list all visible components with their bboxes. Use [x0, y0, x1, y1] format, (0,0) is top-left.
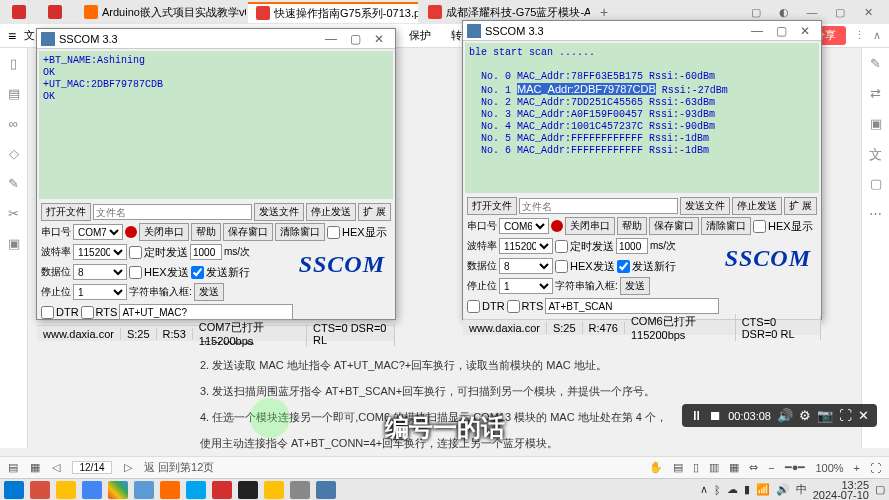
expand-button[interactable]: 扩 展 — [784, 197, 817, 215]
folder-icon[interactable] — [264, 481, 284, 499]
camera-icon[interactable]: 📷 — [817, 408, 833, 423]
app-icon[interactable]: ◐ — [775, 6, 793, 19]
titlebar[interactable]: SSCOM 3.3 — ▢ ✕ — [463, 21, 821, 41]
output-area[interactable]: +BT_NAME:Ashining OK +UT_MAC:2DBF79787CD… — [39, 51, 393, 199]
close-icon[interactable]: ✕ — [858, 408, 869, 423]
send-button[interactable]: 发送 — [194, 283, 224, 301]
baud-select[interactable]: 115200 — [73, 244, 127, 260]
app-icon[interactable] — [186, 481, 206, 499]
page-input[interactable] — [72, 461, 112, 474]
bluetooth-icon[interactable]: ᛒ — [714, 484, 721, 496]
convert-icon[interactable]: ⇄ — [868, 86, 884, 102]
command-input[interactable] — [119, 304, 292, 320]
app-icon[interactable]: ▢ — [747, 6, 765, 19]
new-tab-button[interactable]: + — [592, 4, 616, 20]
more-icon[interactable]: ⋯ — [868, 206, 884, 222]
tag-icon[interactable]: ◇ — [6, 146, 22, 162]
maximize-icon[interactable]: ▢ — [343, 32, 367, 46]
send-button[interactable]: 发送 — [620, 277, 650, 295]
close-port-button[interactable]: 关闭串口 — [565, 217, 615, 235]
hex-display-checkbox[interactable]: HEX显示 — [753, 219, 813, 234]
clear-window-button[interactable]: 清除窗口 — [701, 217, 751, 235]
open-file-button[interactable]: 打开文件 — [467, 197, 517, 215]
hex-send-checkbox[interactable]: HEX发送 — [129, 265, 189, 280]
close-icon[interactable]: ✕ — [793, 24, 817, 38]
browser-tab-4[interactable]: 成都泽耀科技-G75蓝牙模块-AT指令... — [420, 3, 590, 22]
browser-tab-2[interactable]: Arduino嵌入式项目实战教学v0.5... — [76, 3, 246, 22]
stamp-icon[interactable]: ▣ — [868, 116, 884, 132]
timed-input[interactable] — [190, 244, 222, 260]
protect-label[interactable]: 保护 — [409, 28, 431, 43]
sscom-task-icon[interactable] — [316, 481, 336, 499]
slider[interactable]: ━●━ — [785, 461, 806, 474]
more-icon[interactable]: ⋮ — [854, 29, 865, 42]
send-file-button[interactable]: 发送文件 — [680, 197, 730, 215]
clear-window-button[interactable]: 清除窗口 — [275, 223, 325, 241]
stopbits-select[interactable]: 1 — [499, 278, 553, 294]
next-page-icon[interactable]: ▷ — [124, 461, 132, 474]
task-app-icon[interactable] — [30, 481, 50, 499]
search-icon[interactable] — [160, 481, 180, 499]
close-icon[interactable]: ✕ — [859, 6, 877, 19]
stop-send-button[interactable]: 停止发送 — [732, 197, 782, 215]
edge-icon[interactable] — [82, 481, 102, 499]
wps-icon[interactable] — [212, 481, 232, 499]
bookmark-icon[interactable]: ▯ — [6, 56, 22, 72]
app-icon[interactable] — [238, 481, 258, 499]
newline-checkbox[interactable]: 发送新行 — [617, 259, 676, 274]
app-icon[interactable] — [134, 481, 154, 499]
cut-icon[interactable]: ✂ — [6, 206, 22, 222]
fit-width-icon[interactable]: ⇔ — [749, 461, 758, 474]
close-port-button[interactable]: 关闭串口 — [139, 223, 189, 241]
zoom-out-icon[interactable]: − — [768, 462, 774, 474]
fullscreen-icon[interactable]: ⛶ — [870, 462, 881, 474]
clock[interactable]: 13:25 2024-07-10 — [813, 480, 869, 500]
filename-input[interactable] — [93, 204, 252, 220]
onedrive-icon[interactable]: ☁ — [727, 483, 738, 496]
timed-input[interactable] — [616, 238, 648, 254]
minimize-icon[interactable]: — — [319, 32, 343, 46]
return-hint[interactable]: 返 回到第12页 — [144, 460, 214, 475]
pause-icon[interactable]: ⏸ — [690, 408, 703, 423]
port-select[interactable]: COM7 — [73, 224, 123, 240]
wifi-icon[interactable]: 📶 — [756, 483, 770, 496]
sound-icon[interactable]: 🔊 — [777, 408, 793, 423]
databits-select[interactable]: 8 — [499, 258, 553, 274]
dtr-checkbox[interactable]: DTR — [467, 300, 505, 313]
menu-icon[interactable]: ≡ — [8, 28, 16, 44]
save-window-button[interactable]: 保存窗口 — [649, 217, 699, 235]
help-button[interactable]: 帮助 — [617, 217, 647, 235]
minimize-icon[interactable]: — — [745, 24, 769, 38]
hex-display-checkbox[interactable]: HEX显示 — [327, 225, 387, 240]
save-window-button[interactable]: 保存窗口 — [223, 223, 273, 241]
timed-send-checkbox[interactable]: 定时发送 — [129, 245, 188, 260]
hex-send-checkbox[interactable]: HEX发送 — [555, 259, 615, 274]
maximize-icon[interactable]: ▢ — [831, 6, 849, 19]
browser-tab-3[interactable]: 快速操作指南G75系列-0713.pdf — [248, 2, 418, 23]
crop-icon[interactable]: ▢ — [868, 176, 884, 192]
settings-icon[interactable]: ⚙ — [799, 408, 811, 423]
explorer-icon[interactable] — [56, 481, 76, 499]
view-mode-icon[interactable]: ▤ — [673, 461, 683, 474]
stop-send-button[interactable]: 停止发送 — [306, 203, 356, 221]
prev-page-icon[interactable]: ◁ — [52, 461, 60, 474]
battery-icon[interactable]: ▮ — [744, 483, 750, 496]
volume-icon[interactable]: 🔊 — [776, 483, 790, 496]
layout-icon[interactable]: ▦ — [30, 461, 40, 474]
stopbits-select[interactable]: 1 — [73, 284, 127, 300]
output-area[interactable]: ble start scan ...... No. 0 MAC_Addr:78F… — [465, 43, 819, 193]
translate-icon[interactable]: 文 — [868, 146, 884, 162]
edit-icon[interactable]: ✎ — [6, 176, 22, 192]
translate-label[interactable]: 转 — [451, 28, 462, 43]
maximize-icon[interactable]: ▢ — [769, 24, 793, 38]
continuous-icon[interactable]: ▥ — [709, 461, 719, 474]
browser-tab-1[interactable] — [40, 3, 74, 21]
rts-checkbox[interactable]: RTS — [81, 306, 118, 319]
baud-select[interactable]: 115200 — [499, 238, 553, 254]
port-select[interactable]: COM6 — [499, 218, 549, 234]
hand-icon[interactable]: ✋ — [649, 461, 663, 474]
app-icon[interactable] — [290, 481, 310, 499]
filename-input[interactable] — [519, 198, 678, 214]
titlebar[interactable]: SSCOM 3.3 — ▢ ✕ — [37, 29, 395, 49]
help-button[interactable]: 帮助 — [191, 223, 221, 241]
